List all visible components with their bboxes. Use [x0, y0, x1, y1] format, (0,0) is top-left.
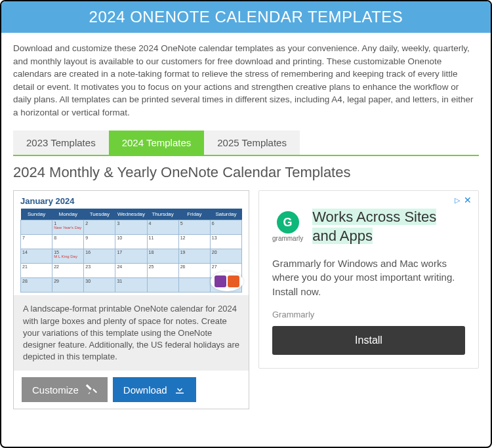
day-header: Saturday	[210, 209, 241, 220]
tab-2025[interactable]: 2025 Templates	[204, 131, 300, 155]
template-card: January 2024 Sunday Monday Tuesday Wedne…	[13, 190, 249, 409]
tab-2024[interactable]: 2024 Templates	[109, 131, 205, 155]
day-header: Monday	[52, 209, 84, 220]
onenote-icon	[215, 275, 226, 287]
thumbnail-month-title: January 2024	[20, 196, 242, 206]
tools-icon	[85, 384, 97, 396]
day-header: Sunday	[21, 209, 52, 220]
card-actions: Customize Download	[14, 371, 249, 409]
pdf-icon	[228, 275, 239, 287]
day-header: Thursday	[147, 209, 178, 220]
template-description: A landscape-format printable OneNote cal…	[14, 295, 249, 371]
ad-logo-row: G grammarly Works Across Sites and Apps	[272, 208, 465, 245]
download-label: Download	[123, 384, 167, 396]
section-title: 2024 Monthly & Yearly OneNote Calendar T…	[13, 164, 479, 181]
grammarly-circle-icon: G	[277, 211, 299, 234]
ad-body-text: Grammarly for Windows and Mac works wher…	[272, 256, 465, 299]
ad-close-icon[interactable]: ✕	[464, 195, 472, 205]
tab-2023[interactable]: 2023 Templates	[13, 131, 109, 155]
intro-paragraph: Download and customize these 2024 OneNot…	[13, 42, 479, 119]
day-header: Tuesday	[84, 209, 115, 220]
customize-label: Customize	[32, 384, 79, 396]
grammarly-logo: G grammarly	[272, 211, 303, 242]
page-header: 2024 ONENOTE CALENDAR TEMPLATES	[1, 1, 491, 33]
day-header: Wednesday	[115, 209, 147, 220]
page-content: Download and customize these 2024 OneNot…	[1, 33, 491, 418]
download-icon	[174, 384, 186, 396]
grammarly-logo-label: grammarly	[272, 235, 303, 242]
customize-button[interactable]: Customize	[22, 377, 108, 402]
ad-install-button[interactable]: Install	[272, 326, 465, 355]
calendar-grid: Sunday Monday Tuesday Wednesday Thursday…	[20, 209, 242, 293]
ad-container: ▷ ✕ G grammarly Works Across Sites and A…	[258, 190, 479, 368]
ad-info-controls: ▷ ✕	[455, 195, 472, 205]
two-column-row: January 2024 Sunday Monday Tuesday Wedne…	[13, 190, 479, 409]
ad-brand-label: Grammarly	[272, 310, 465, 319]
ad-headline-line1: Works Across Sites	[312, 209, 436, 225]
ad-info-icon[interactable]: ▷	[455, 196, 460, 205]
download-button[interactable]: Download	[113, 377, 196, 402]
year-tabs: 2023 Templates 2024 Templates 2025 Templ…	[13, 131, 479, 156]
ad-headline-line2: and Apps	[312, 228, 373, 244]
ad-headline: Works Across Sites and Apps	[312, 208, 436, 245]
day-header: Friday	[178, 209, 210, 220]
calendar-thumbnail[interactable]: January 2024 Sunday Monday Tuesday Wedne…	[14, 191, 249, 295]
